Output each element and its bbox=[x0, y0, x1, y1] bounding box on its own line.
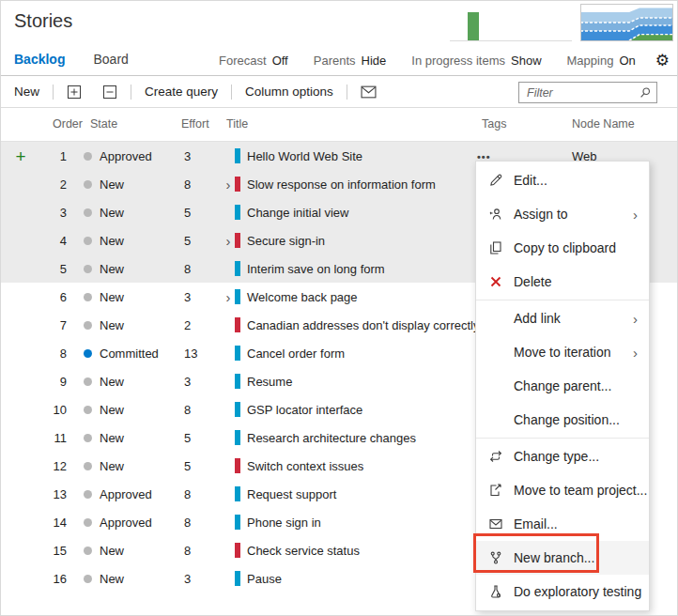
effort-cell: 2 bbox=[184, 318, 222, 332]
move-project-icon bbox=[488, 483, 504, 498]
column-header-state[interactable]: State bbox=[90, 117, 117, 131]
state-cell: New bbox=[84, 403, 177, 417]
column-header-effort[interactable]: Effort bbox=[181, 117, 209, 131]
menu-item-label: Change parent... bbox=[514, 378, 639, 393]
order-cell: 14 bbox=[40, 516, 67, 530]
title-cell: › Resume bbox=[222, 374, 475, 389]
order-cell: 1 bbox=[40, 149, 67, 163]
state-cell: New bbox=[84, 459, 177, 473]
state-dot-icon bbox=[84, 208, 92, 217]
email-icon[interactable] bbox=[361, 85, 377, 99]
column-header-title[interactable]: Title bbox=[226, 117, 248, 131]
menu-item-edit[interactable]: Edit... bbox=[476, 163, 649, 197]
work-item-type-bar bbox=[235, 486, 240, 501]
menu-item-copy-to-clipboard[interactable]: Copy to clipboard bbox=[476, 231, 649, 265]
work-item-type-bar bbox=[235, 402, 240, 417]
effort-cell: 8 bbox=[184, 487, 222, 501]
mapping-toggle[interactable]: MappingOn bbox=[567, 54, 636, 68]
menu-item-change-position[interactable]: Change position... bbox=[476, 403, 649, 437]
title-cell: › Switch context issues bbox=[222, 458, 475, 473]
title-cell: › Pause bbox=[222, 571, 475, 586]
state-label: New bbox=[100, 290, 124, 304]
context-menu: Edit... Assign to › Copy to clipboard De… bbox=[475, 161, 650, 611]
menu-item-change-parent[interactable]: Change parent... bbox=[476, 369, 649, 403]
menu-item-label: Copy to clipboard bbox=[514, 240, 639, 255]
menu-item-new-branch[interactable]: New branch... bbox=[476, 541, 649, 575]
state-cell: Committed bbox=[84, 346, 177, 361]
column-header-node-name[interactable]: Node Name bbox=[572, 117, 635, 131]
state-cell: Approved bbox=[84, 149, 177, 163]
column-header-tags[interactable]: Tags bbox=[482, 117, 506, 131]
order-cell: 12 bbox=[40, 459, 67, 473]
menu-item-move-to-iteration[interactable]: Move to iteration › bbox=[476, 335, 649, 369]
state-label: Approved bbox=[100, 149, 152, 163]
menu-item-label: Change position... bbox=[514, 412, 639, 427]
settings-gear-icon[interactable]: ⚙ bbox=[655, 53, 670, 69]
toolbar-separator bbox=[231, 85, 232, 100]
state-label: New bbox=[100, 234, 124, 248]
tab-backlog[interactable]: Backlog bbox=[14, 52, 65, 67]
menu-item-label: Delete bbox=[514, 274, 639, 289]
create-query-button[interactable]: Create query bbox=[145, 85, 218, 99]
pencil-icon bbox=[488, 173, 504, 188]
effort-cell: 8 bbox=[184, 403, 222, 417]
menu-item-email[interactable]: Email... bbox=[476, 507, 649, 541]
menu-item-delete[interactable]: Delete bbox=[476, 265, 649, 299]
in-progress-items-toggle[interactable]: In progress itemsShow bbox=[411, 54, 541, 68]
order-cell: 9 bbox=[40, 375, 67, 389]
state-label: New bbox=[100, 206, 124, 220]
menu-item-do-exploratory-testing[interactable]: Do exploratory testing bbox=[476, 575, 649, 608]
effort-cell: 5 bbox=[184, 234, 222, 248]
cumulative-flow-icon bbox=[580, 4, 673, 41]
expand-chevron-icon[interactable]: › bbox=[222, 234, 235, 248]
state-cell: New bbox=[84, 544, 177, 558]
state-dot-icon bbox=[84, 293, 92, 301]
filter-input[interactable] bbox=[519, 86, 639, 100]
work-item-type-bar bbox=[235, 148, 240, 163]
effort-cell: 5 bbox=[184, 431, 222, 445]
title-text: Welcome back page bbox=[247, 290, 358, 304]
expand-chevron-icon[interactable]: › bbox=[222, 290, 235, 304]
work-item-type-bar bbox=[235, 177, 240, 192]
expand-chevron-icon[interactable]: › bbox=[222, 177, 235, 192]
title-text: GSP locator interface bbox=[247, 403, 362, 417]
title-text: Pause bbox=[247, 572, 282, 586]
menu-item-change-type[interactable]: Change type... bbox=[476, 439, 649, 473]
add-item-button[interactable]: + bbox=[15, 146, 25, 166]
title-cell: › Check service status bbox=[222, 543, 475, 558]
title-cell: › Cancel order form bbox=[222, 346, 475, 361]
title-text: Resume bbox=[247, 375, 292, 389]
collapse-all-icon[interactable] bbox=[102, 85, 117, 100]
menu-item-assign-to[interactable]: Assign to › bbox=[476, 197, 649, 231]
state-cell: New bbox=[84, 206, 177, 220]
order-cell: 5 bbox=[40, 262, 67, 276]
state-label: New bbox=[100, 318, 124, 332]
menu-item-move-to-team-project[interactable]: Move to team project... bbox=[476, 473, 649, 507]
icon-placeholder bbox=[488, 345, 504, 360]
column-header-order[interactable]: Order bbox=[53, 117, 83, 131]
forecast-toggle[interactable]: ForecastOff bbox=[219, 54, 288, 68]
order-cell: 7 bbox=[40, 318, 67, 332]
title-cell: › Change initial view bbox=[222, 205, 475, 220]
state-dot-icon bbox=[84, 180, 92, 189]
tab-board[interactable]: Board bbox=[93, 52, 128, 67]
chevron-right-icon: › bbox=[633, 312, 638, 326]
title-cell: › Research architecture changes bbox=[222, 430, 475, 445]
work-item-type-bar bbox=[235, 317, 240, 332]
state-dot-icon bbox=[84, 490, 92, 499]
menu-item-add-link[interactable]: Add link › bbox=[476, 301, 649, 335]
toolbar-separator bbox=[347, 85, 347, 100]
title-text: Secure sign-in bbox=[247, 234, 325, 248]
work-item-type-bar bbox=[235, 515, 240, 530]
work-item-type-bar bbox=[235, 571, 240, 586]
chevron-right-icon: › bbox=[633, 346, 638, 360]
expand-all-icon[interactable] bbox=[67, 85, 82, 100]
column-options-button[interactable]: Column options bbox=[245, 85, 333, 99]
effort-cell: 8 bbox=[184, 544, 222, 558]
parents-toggle[interactable]: ParentsHide bbox=[314, 54, 387, 68]
cumulative-flow-chart-thumbnail[interactable] bbox=[580, 4, 673, 41]
effort-cell: 3 bbox=[184, 290, 222, 304]
state-dot-icon bbox=[84, 265, 92, 273]
new-button[interactable]: New bbox=[14, 85, 39, 99]
velocity-chart-thumbnail[interactable] bbox=[450, 5, 572, 41]
